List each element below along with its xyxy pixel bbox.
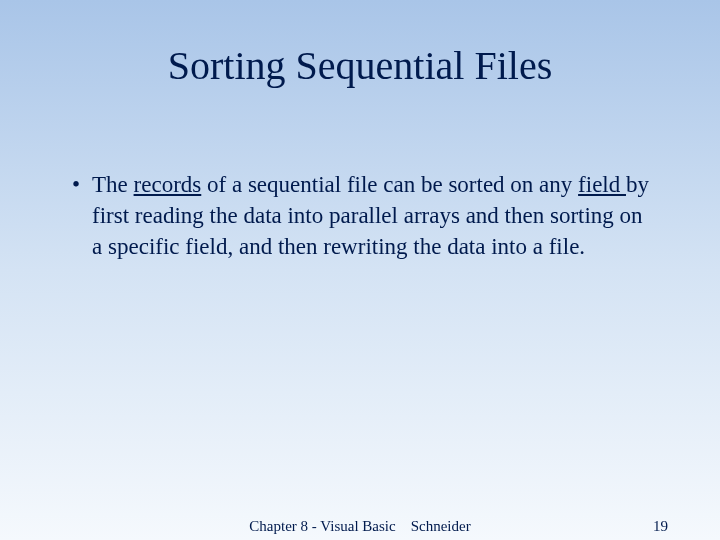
underlined-records: records (134, 172, 202, 197)
slide-title: Sorting Sequential Files (0, 0, 720, 109)
bullet-item: • The records of a sequential file can b… (68, 169, 652, 262)
footer-center-text: Chapter 8 - Visual Basic Schneider (249, 518, 470, 535)
bullet-marker: • (72, 169, 80, 200)
bullet-text: The records of a sequential file can be … (92, 169, 652, 262)
bullet-fragment: The (92, 172, 134, 197)
underlined-field: field (578, 172, 626, 197)
content-area: • The records of a sequential file can b… (0, 109, 720, 262)
page-number: 19 (653, 518, 668, 535)
bullet-fragment: of a sequential file can be sorted on an… (201, 172, 578, 197)
